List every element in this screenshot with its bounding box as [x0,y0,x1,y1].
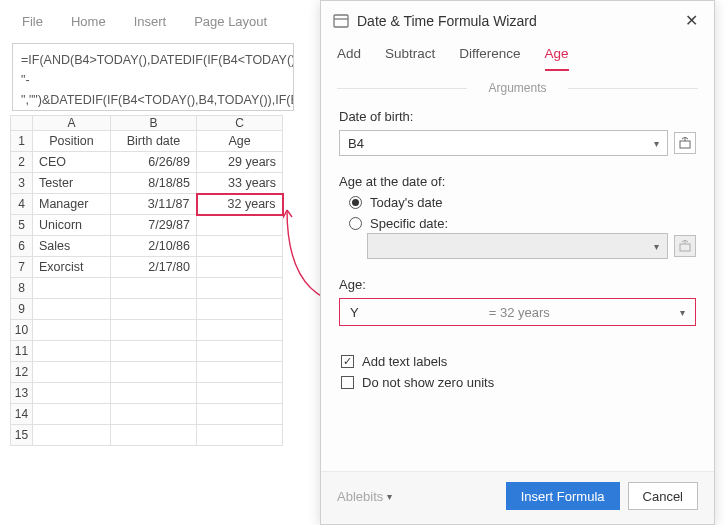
cell[interactable] [33,278,111,299]
dob-input[interactable]: B4 ▾ [339,130,668,156]
tab-insert[interactable]: Insert [134,14,167,29]
specific-date-input: ▾ [367,233,668,259]
row-header[interactable]: 10 [11,320,33,341]
chevron-down-icon: ▾ [654,138,659,149]
cell[interactable] [33,320,111,341]
cell[interactable] [197,320,283,341]
brand-menu[interactable]: Ablebits ▾ [337,489,392,504]
row-header[interactable]: 13 [11,383,33,404]
cell[interactable]: 33 years [197,173,283,194]
cell[interactable] [111,320,197,341]
cell[interactable] [111,383,197,404]
row-header[interactable]: 11 [11,341,33,362]
radio-today[interactable]: Today's date [349,195,696,210]
cell[interactable] [33,404,111,425]
cell-selected[interactable]: 32 years [197,194,283,215]
cell[interactable]: Unicorn [33,215,111,236]
cell[interactable]: 2/17/80 [111,257,197,278]
cell[interactable]: CEO [33,152,111,173]
formula-bar[interactable]: =IF(AND(B4>TODAY(),DATEDIF(IF(B4<TODAY()… [12,43,294,111]
cell[interactable]: Sales [33,236,111,257]
cell[interactable]: 7/29/87 [111,215,197,236]
svg-rect-0 [334,15,348,27]
cell[interactable] [197,236,283,257]
row-header[interactable]: 6 [11,236,33,257]
cell[interactable]: Tester [33,173,111,194]
col-header-a[interactable]: A [33,116,111,131]
cell[interactable] [33,383,111,404]
tab-file[interactable]: File [22,14,43,29]
cell[interactable] [33,425,111,446]
cell[interactable] [197,362,283,383]
checkbox-add-text-labels[interactable]: Add text labels [341,354,696,369]
cell[interactable]: 8/18/85 [111,173,197,194]
cell[interactable] [197,425,283,446]
tab-page-layout[interactable]: Page Layout [194,14,267,29]
cell[interactable]: 2/10/86 [111,236,197,257]
row-header[interactable]: 4 [11,194,33,215]
cell-reference-button-disabled [674,235,696,257]
cell[interactable]: 29 years [197,152,283,173]
row-header[interactable]: 14 [11,404,33,425]
cell[interactable] [111,404,197,425]
tab-home[interactable]: Home [71,14,106,29]
wizard-title: Date & Time Formula Wizard [357,13,537,29]
cell[interactable] [197,257,283,278]
tab-subtract[interactable]: Subtract [385,46,435,71]
radio-specific[interactable]: Specific date: [349,216,696,231]
cell[interactable] [197,383,283,404]
cell[interactable]: Birth date [111,131,197,152]
select-all-corner[interactable] [11,116,33,131]
cancel-button[interactable]: Cancel [628,482,698,510]
tab-difference[interactable]: Difference [459,46,520,71]
row-header[interactable]: 1 [11,131,33,152]
age-result-preview: = 32 years [489,305,550,320]
cell[interactable]: 6/26/89 [111,152,197,173]
insert-formula-button[interactable]: Insert Formula [506,482,620,510]
cell[interactable]: Position [33,131,111,152]
wizard-icon [333,13,349,29]
radio-today-label: Today's date [370,195,443,210]
tab-add[interactable]: Add [337,46,361,71]
cell[interactable]: 3/11/87 [111,194,197,215]
age-at-label: Age at the date of: [339,174,696,189]
cell[interactable] [197,341,283,362]
row-header[interactable]: 8 [11,278,33,299]
cell[interactable]: Manager [33,194,111,215]
row-header[interactable]: 7 [11,257,33,278]
dob-value: B4 [348,136,364,151]
row-header[interactable]: 3 [11,173,33,194]
row-header[interactable]: 5 [11,215,33,236]
arguments-label: Arguments [337,81,698,95]
row-header[interactable]: 9 [11,299,33,320]
cell[interactable]: Exorcist [33,257,111,278]
age-unit-value: Y [350,305,359,320]
add-text-labels-label: Add text labels [362,354,447,369]
col-header-b[interactable]: B [111,116,197,131]
col-header-c[interactable]: C [197,116,283,131]
brand-label: Ablebits [337,489,383,504]
cell[interactable] [197,299,283,320]
cell[interactable] [111,299,197,320]
cell[interactable] [111,362,197,383]
cell[interactable] [197,215,283,236]
close-button[interactable]: ✕ [679,9,704,32]
row-header[interactable]: 15 [11,425,33,446]
cell[interactable] [197,278,283,299]
cell[interactable] [33,299,111,320]
checkbox-icon [341,376,354,389]
checkbox-no-zero-units[interactable]: Do not show zero units [341,375,696,390]
cell[interactable] [111,425,197,446]
cell[interactable] [33,362,111,383]
cell-reference-button[interactable] [674,132,696,154]
cell[interactable] [111,341,197,362]
cell[interactable] [197,404,283,425]
radio-icon [349,217,362,230]
row-header[interactable]: 12 [11,362,33,383]
row-header[interactable]: 2 [11,152,33,173]
cell[interactable] [33,341,111,362]
cell[interactable] [111,278,197,299]
age-unit-select[interactable]: Y = 32 years ▾ [339,298,696,326]
cell[interactable]: Age [197,131,283,152]
tab-age[interactable]: Age [545,46,569,71]
